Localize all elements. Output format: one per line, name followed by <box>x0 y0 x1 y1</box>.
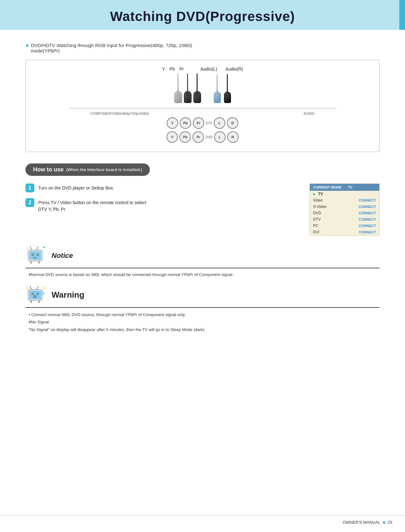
how-to-use-bar: How to use (When the Interface board is … <box>25 163 150 176</box>
svg-point-16 <box>32 293 33 294</box>
svg-line-7 <box>37 246 38 250</box>
port-pr-dvd: Pr <box>192 131 204 143</box>
pr-cable <box>193 73 201 103</box>
port-pb-dvd: Pb <box>179 131 191 143</box>
warning-text: • Connect normal 480i, DVD source, throu… <box>29 311 380 333</box>
mode-pc-name: PC <box>313 224 358 228</box>
svg-text:★: ★ <box>26 286 29 290</box>
ypbpr-cables <box>174 73 201 103</box>
audio-cables <box>214 73 231 103</box>
svg-line-6 <box>30 246 32 250</box>
mode-dtv-name: DTV <box>313 217 358 222</box>
step-1-number: 1 <box>25 183 34 192</box>
mode-row-dvi: DVI CONNECT <box>310 229 379 235</box>
pr-label: Pr <box>179 66 184 72</box>
footer-page: 25 <box>388 520 392 525</box>
mode-dvd-name: DVD <box>313 211 358 215</box>
cable-visual <box>174 73 231 103</box>
mode-svideo-connect: CONNECT <box>359 205 376 209</box>
mode-row-pc: PC CONNECT <box>310 223 379 229</box>
mode-dvi-connect: CONNECT <box>359 230 376 234</box>
mode-row-dvd: DVD CONNECT <box>310 210 379 216</box>
mode-panel-header: CURRENT MODE TV <box>310 184 379 191</box>
svg-point-17 <box>38 293 38 294</box>
mode-row-tv: ▶ TV <box>310 191 379 197</box>
step-2-number: 2 <box>25 198 34 207</box>
notice-text: ¥Normal DVD source is based on 480i, whi… <box>29 272 380 278</box>
steps-left: 1 Turn on the DVD player or Settop Box. … <box>25 183 297 218</box>
mode-dvd-connect: CONNECT <box>359 211 376 215</box>
section-labels: COMPONENT(480i/480p/720p/1080i) AUDIO <box>89 112 316 115</box>
dtv-port-row: Y Pb Pr DTV L R <box>167 117 238 129</box>
port-pb-dtv: Pb <box>180 117 191 129</box>
dvd-port-row: Y Pb Pr DVD L R <box>166 131 238 143</box>
svg-rect-13 <box>29 291 41 299</box>
notice-tv-icon: ✦ ♪ <box>25 245 48 266</box>
footer-label: OWNER'S MANUAL <box>343 520 381 525</box>
warning-title: Warning <box>52 290 84 300</box>
svg-line-20 <box>37 286 39 289</box>
step-1-text: Turn on the DVD player or Settop Box. <box>38 183 114 191</box>
step-2-text: Press TV / Video button on the remote co… <box>38 198 146 213</box>
step-2: 2 Press TV / Video button on the remote … <box>25 198 297 213</box>
audio-r-cable <box>224 74 231 103</box>
footer-dot: ● <box>382 519 386 526</box>
mode-row-video: Video CONNECT <box>310 197 379 204</box>
main-content: ● DVD/HDTV Watching through RGB Input fo… <box>0 30 405 352</box>
port-r-dvd: R <box>227 131 239 143</box>
port-y-dtv: Y <box>167 117 178 129</box>
svg-point-5 <box>38 254 38 255</box>
warning-section: ★ ★ Warning • Connect normal 480i, DVD s… <box>25 285 380 333</box>
svg-line-19 <box>30 286 32 289</box>
page-header: Watching DVD(Progressive) <box>0 0 405 30</box>
svg-point-23 <box>41 292 44 295</box>
mode-video-connect: CONNECT <box>359 198 376 202</box>
divider <box>69 108 336 108</box>
mode-dtv-connect: CONNECT <box>359 218 376 221</box>
mode-svideo-name: S-Video <box>313 204 358 209</box>
section-heading: ● DVD/HDTV Watching through RGB Input fo… <box>25 43 380 53</box>
mode-row-svideo: S-Video CONNECT <box>310 204 379 210</box>
svg-rect-9 <box>38 261 40 264</box>
mode-video-name: Video <box>313 198 358 203</box>
active-arrow: ▶ <box>313 192 316 196</box>
bullet-icon: ● <box>25 42 29 49</box>
mode-dvi-name: DVI <box>313 230 358 234</box>
footer-text: OWNER'S MANUAL ● 25 <box>343 519 392 526</box>
diagram-box: Y Pb Pr Audio(L) Audio(R) <box>25 60 380 152</box>
mode-row-dtv: DTV CONNECT <box>310 216 379 223</box>
audio-label: AUDIO <box>304 112 315 115</box>
port-l-dtv: L <box>214 117 225 129</box>
how-to-use-subtitle: (When the Interface board is installed.) <box>66 167 142 172</box>
audio-l-label: Audio(L) <box>200 66 217 72</box>
section-heading-text: DVD/HDTV Watching through RGB Input for … <box>31 43 192 53</box>
y-label: Y <box>162 66 165 72</box>
audio-r-label: Audio(R) <box>226 66 243 72</box>
port-l-dvd: L <box>214 131 226 143</box>
mode-pc-connect: CONNECT <box>359 224 376 228</box>
notice-section: ✦ ♪ Notice ¥Normal DVD source is based o… <box>25 245 380 278</box>
svg-text:★: ★ <box>43 286 46 290</box>
page-title: Watching DVD(Progressive) <box>0 9 405 24</box>
audio-l-cable <box>214 74 221 103</box>
warning-header: ★ ★ Warning <box>25 285 380 308</box>
notice-title: Notice <box>52 252 73 260</box>
svg-point-4 <box>32 254 33 255</box>
footer: OWNER'S MANUAL ● 25 <box>0 515 405 526</box>
port-pr-dtv: Pr <box>193 117 204 129</box>
step-1: 1 Turn on the DVD player or Settop Box. <box>25 183 297 192</box>
svg-rect-21 <box>30 301 32 303</box>
notice-header: ✦ ♪ Notice <box>25 245 380 268</box>
pb-label: Pb <box>170 66 175 72</box>
svg-text:♪: ♪ <box>26 245 28 250</box>
steps-section: 1 Turn on the DVD player or Settop Box. … <box>25 183 380 236</box>
warning-tv-icon: ★ ★ <box>25 285 48 305</box>
y-cable <box>174 73 182 103</box>
svg-rect-8 <box>30 261 32 264</box>
dvd-tag: DVD <box>206 135 212 139</box>
how-to-use-title: How to use <box>33 166 64 173</box>
pb-cable <box>184 73 192 103</box>
connector-diagram: Y Pb Pr Audio(L) Audio(R) <box>35 66 370 145</box>
port-r-dtv: R <box>227 117 238 129</box>
component-label: COMPONENT(480i/480p/720p/1080i) <box>90 112 149 115</box>
